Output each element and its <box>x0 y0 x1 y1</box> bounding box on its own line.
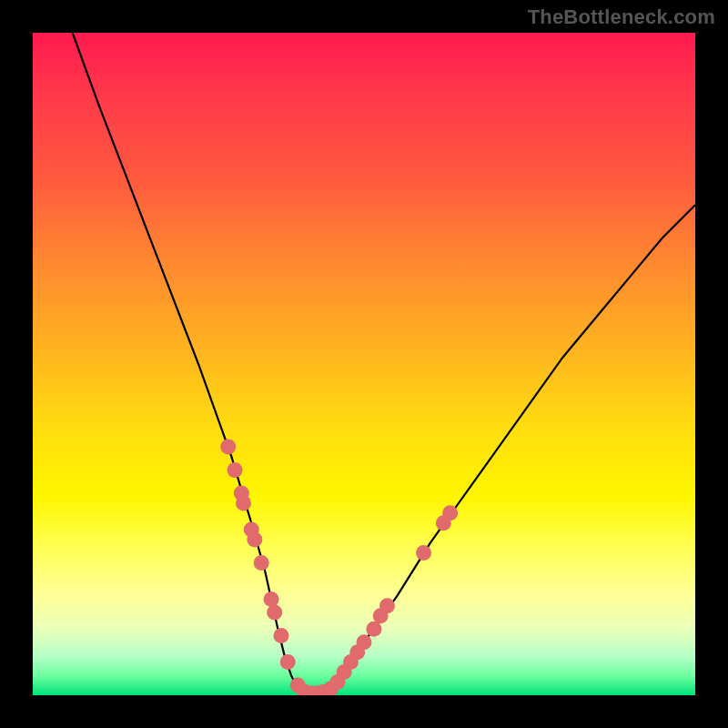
data-marker <box>267 605 282 621</box>
data-marker <box>220 440 236 455</box>
data-marker <box>366 622 381 637</box>
data-marker <box>236 495 251 511</box>
bottleneck-curve <box>73 33 695 695</box>
data-marker <box>442 505 458 521</box>
bottleneck-chart <box>33 33 695 695</box>
data-marker <box>280 654 296 670</box>
data-marker <box>357 634 372 650</box>
data-marker <box>264 592 279 607</box>
data-marker <box>254 555 269 571</box>
chart-frame: TheBottleneck.com <box>0 0 728 728</box>
data-marker <box>274 628 289 643</box>
data-marker <box>379 598 395 613</box>
data-marker <box>416 545 431 561</box>
data-marker <box>247 531 262 547</box>
plot-area <box>33 33 695 695</box>
data-marker <box>228 462 243 478</box>
watermark-text: TheBottleneck.com <box>528 5 715 29</box>
